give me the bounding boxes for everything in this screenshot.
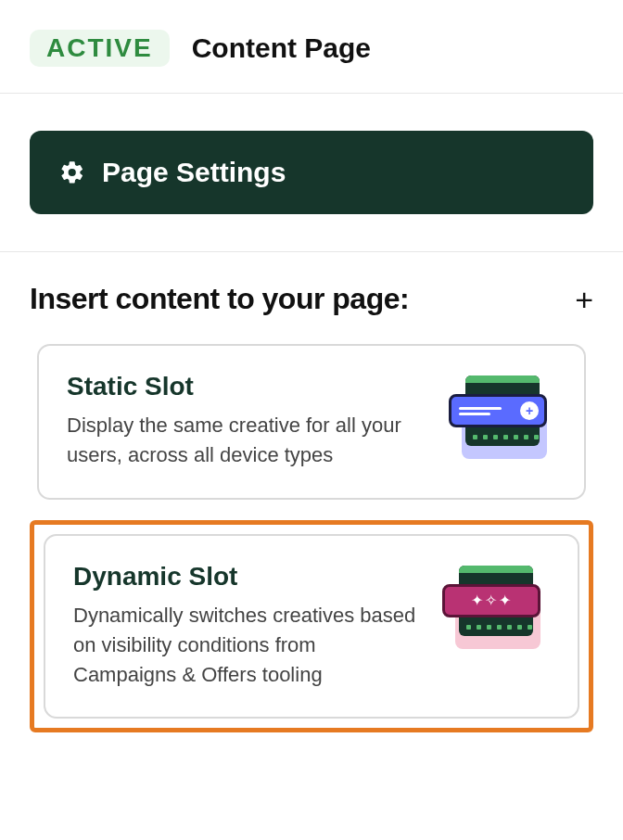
- gear-icon: [59, 159, 85, 185]
- insert-content-header: Insert content to your page: +: [0, 252, 623, 322]
- dynamic-slot-icon: ✦✧✦: [439, 562, 550, 655]
- static-slot-title: Static Slot: [67, 372, 426, 401]
- page-settings-label: Page Settings: [102, 157, 286, 188]
- insert-content-title: Insert content to your page:: [30, 282, 409, 316]
- dynamic-slot-desc: Dynamically switches creatives based on …: [73, 601, 420, 690]
- page-header: ACTIVE Content Page: [0, 0, 623, 93]
- static-slot-desc: Display the same creative for all your u…: [67, 411, 426, 470]
- dynamic-slot-option[interactable]: Dynamic Slot Dynamically switches creati…: [44, 534, 579, 719]
- dynamic-slot-highlight: Dynamic Slot Dynamically switches creati…: [30, 520, 593, 733]
- status-badge: ACTIVE: [30, 30, 170, 67]
- content-options: Static Slot Display the same creative fo…: [0, 322, 623, 762]
- static-slot-icon: +: [445, 372, 556, 465]
- dynamic-slot-title: Dynamic Slot: [73, 562, 420, 592]
- static-slot-option[interactable]: Static Slot Display the same creative fo…: [37, 344, 586, 500]
- page-title: Content Page: [192, 32, 371, 64]
- page-settings-button[interactable]: Page Settings: [30, 131, 593, 214]
- add-content-button[interactable]: +: [575, 284, 593, 315]
